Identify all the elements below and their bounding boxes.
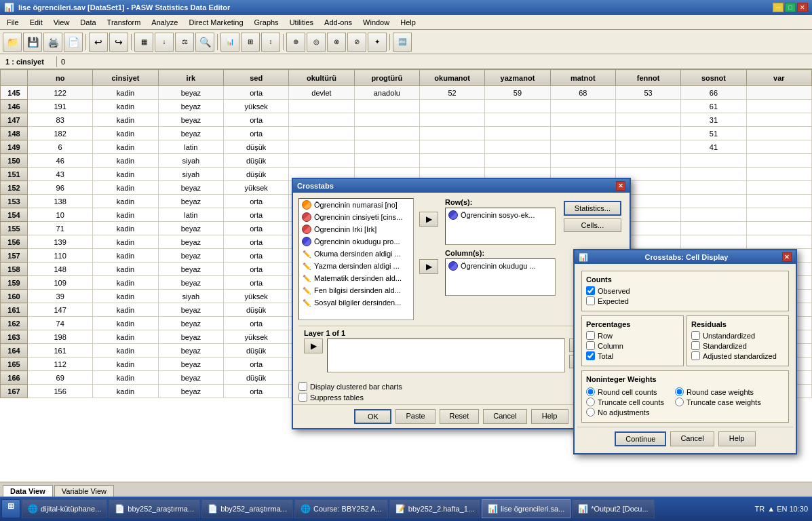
no-adj-radio-row[interactable]: No adjustments [586, 408, 664, 417]
data-cell[interactable]: 148 [28, 263, 93, 276]
data-cell[interactable] [419, 140, 484, 154]
data-cell[interactable]: orta [223, 127, 288, 140]
expected-checkbox[interactable] [586, 296, 595, 305]
data-cell[interactable]: 39 [28, 290, 93, 303]
maximize-button[interactable]: □ [785, 3, 796, 12]
data-cell[interactable]: 10 [28, 208, 93, 222]
total-checkbox[interactable] [586, 351, 595, 360]
toolbar-btn-6[interactable]: ◎ [307, 33, 326, 52]
data-cell[interactable] [550, 113, 615, 127]
taskbar-item-4[interactable]: 📝 bby252_2.hafta_1... [389, 499, 480, 518]
data-cell[interactable]: kadin [93, 140, 158, 154]
data-cell[interactable]: yüksek [223, 290, 288, 303]
data-cell[interactable]: orta [223, 235, 288, 249]
data-cell[interactable]: düşük [223, 140, 288, 154]
data-cell[interactable]: kadin [93, 371, 158, 385]
data-cell[interactable] [419, 100, 484, 113]
truncate-case-radio[interactable] [675, 398, 684, 406]
truncate-cell-radio-row[interactable]: Truncate cell counts [586, 398, 664, 406]
data-cell[interactable]: beyaz [158, 385, 223, 398]
data-cell[interactable] [550, 140, 615, 154]
find-button[interactable]: 🔍 [195, 33, 214, 52]
reset-button[interactable]: Reset [440, 409, 480, 424]
rows-target-box[interactable]: Ögrencinin sosyo-ek... [445, 208, 556, 245]
var-item-2[interactable]: Ögrencinin Irki [Irk] [299, 223, 413, 235]
table-row[interactable]: 148182kadinbeyazorta51 [1, 127, 812, 140]
print2-button[interactable]: 📄 [64, 33, 83, 52]
data-cell[interactable] [615, 100, 680, 113]
celldisplay-close-button[interactable]: ✕ [782, 252, 792, 262]
data-cell[interactable]: kadin [93, 358, 158, 371]
paste-button[interactable]: Paste [395, 409, 435, 424]
data-cell[interactable]: kadin [93, 344, 158, 358]
data-cell[interactable]: düşük [223, 371, 288, 385]
row-number-cell[interactable]: 152 [1, 181, 28, 195]
data-cell[interactable] [746, 100, 811, 113]
total-checkbox-row[interactable]: Total [586, 351, 679, 360]
data-cell[interactable] [550, 127, 615, 140]
data-cell[interactable]: kadin [93, 263, 158, 276]
data-cell[interactable]: beyaz [158, 276, 223, 290]
data-cell[interactable] [681, 168, 746, 181]
data-cell[interactable]: 43 [28, 168, 93, 181]
round-case-radio[interactable] [675, 387, 684, 396]
tab-variable-view[interactable]: Variable View [54, 485, 114, 497]
row-number-cell[interactable]: 154 [1, 208, 28, 222]
expected-checkbox-row[interactable]: Expected [586, 296, 784, 305]
cancel-button[interactable]: Cancel [483, 409, 526, 424]
data-cell[interactable]: beyaz [158, 235, 223, 249]
print-button[interactable]: 🖨️ [43, 33, 62, 52]
data-cell[interactable] [746, 140, 811, 154]
row-number-cell[interactable]: 167 [1, 385, 28, 398]
data-cell[interactable]: kadin [93, 154, 158, 168]
display-charts-checkbox[interactable] [298, 382, 307, 391]
data-cell[interactable] [746, 127, 811, 140]
data-cell[interactable]: düşük [223, 303, 288, 317]
var-item-0[interactable]: Ögrencinin numarasi [no] [299, 199, 413, 211]
data-cell[interactable]: kadin [93, 113, 158, 127]
close-button[interactable]: ✕ [797, 3, 808, 12]
cells-button[interactable]: Cells... [564, 218, 621, 232]
data-cell[interactable] [550, 154, 615, 168]
layer-target-box[interactable] [327, 339, 565, 372]
data-cell[interactable]: kadin [93, 181, 158, 195]
data-cell[interactable] [485, 127, 550, 140]
var-item-5[interactable]: ✏️ Yazma dersinden aldigi ... [299, 260, 413, 272]
data-cell[interactable]: 182 [28, 127, 93, 140]
data-cell[interactable]: beyaz [158, 86, 223, 100]
data-cell[interactable]: latin [158, 140, 223, 154]
data-cell[interactable]: siyah [158, 168, 223, 181]
data-cell[interactable] [485, 100, 550, 113]
data-cell[interactable] [615, 154, 680, 168]
data-cell[interactable] [289, 113, 354, 127]
data-cell[interactable] [289, 140, 354, 154]
data-cell[interactable]: kadin [93, 208, 158, 222]
data-cell[interactable]: beyaz [158, 358, 223, 371]
round-case-radio-row[interactable]: Round case weights [675, 387, 761, 396]
row-number-cell[interactable]: 147 [1, 113, 28, 127]
data-cell[interactable] [746, 154, 811, 168]
data-cell[interactable]: beyaz [158, 263, 223, 276]
var-item-1[interactable]: Ögrencinin cinsiyeti [cins... [299, 211, 413, 223]
define-sets-button[interactable]: ▦ [134, 33, 153, 52]
taskbar-item-6[interactable]: 📊 *Output2 [Docu... [572, 499, 654, 518]
help-button[interactable]: Help [531, 409, 568, 424]
data-cell[interactable] [746, 86, 811, 100]
menu-data[interactable]: Data [75, 17, 101, 28]
data-cell[interactable]: kadin [93, 127, 158, 140]
columns-target-box[interactable]: Ögrencinin okudugu ... [445, 258, 556, 296]
taskbar-item-0[interactable]: 🌐 dijital-kütüphane... [22, 499, 107, 518]
transfer-rows-button[interactable]: ▶ [419, 212, 438, 227]
table-row[interactable]: 145122kadinbeyazortadevletanadolu5259685… [1, 86, 812, 100]
table-row[interactable]: 15046kadinsiyahdüşük [1, 154, 812, 168]
data-cell[interactable] [681, 208, 746, 222]
crosstabs-close-button[interactable]: ✕ [616, 181, 625, 191]
data-cell[interactable]: kadin [93, 100, 158, 113]
row-number-cell[interactable]: 146 [1, 100, 28, 113]
data-cell[interactable] [681, 181, 746, 195]
row-number-cell[interactable]: 157 [1, 249, 28, 263]
select-cases-button[interactable]: ↓ [155, 33, 174, 52]
data-cell[interactable]: orta [223, 222, 288, 235]
data-cell[interactable] [746, 208, 811, 222]
data-cell[interactable]: 68 [550, 86, 615, 100]
